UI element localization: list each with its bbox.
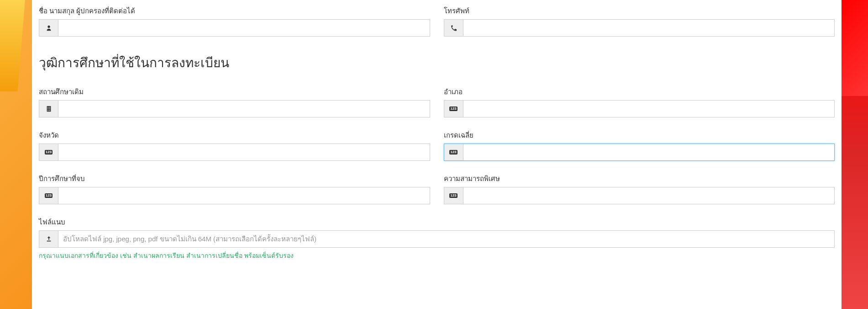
user-icon [39,20,58,36]
school-input[interactable] [58,101,430,117]
province-group: 123 [39,144,430,161]
skill-group: 123 [444,187,835,204]
district-group: 123 [444,100,835,117]
building-icon [39,101,58,117]
form-panel: ชื่อ นามสกุล ผู้ปกครองที่ติดต่อได้ โทรศั… [32,0,842,309]
province-input[interactable] [58,144,430,160]
guardian-name-label: ชื่อ นามสกุล ผู้ปกครองที่ติดต่อได้ [39,0,430,16]
school-label: สถานศึกษาเดิม [39,81,430,97]
year-input[interactable] [58,187,430,204]
gpa-group: 123 [444,144,835,161]
background-right-decoration [842,0,868,309]
skill-input[interactable] [463,187,835,204]
file-label: ไฟล์แนบ [39,211,835,228]
year-label: ปีการศึกษาที่จบ [39,168,430,184]
district-input[interactable] [463,101,835,117]
background-left-decoration [0,0,32,309]
guardian-phone-group [444,19,835,37]
guardian-phone-input[interactable] [463,20,835,36]
file-help-text: กรุณาแนบเอกสารที่เกี่ยวข้อง เช่น สำเนาผล… [39,250,835,261]
file-placeholder-text: อัปโหลดไฟล์ jpg, jpeg, png, pdf ขนาดไม่เ… [58,231,834,247]
number-icon: 123 [444,144,463,160]
upload-icon [39,231,58,247]
gpa-input[interactable] [463,144,835,160]
phone-icon [444,20,463,36]
education-heading: วุฒิการศึกษาที่ใช้ในการลงทะเบียน [39,53,835,73]
skill-label: ความสามารถพิเศษ [444,168,835,184]
school-group [39,100,430,117]
gpa-label: เกรดเฉลี่ย [444,124,835,141]
guardian-name-group [39,19,430,37]
province-label: จังหวัด [39,124,430,141]
file-group[interactable]: อัปโหลดไฟล์ jpg, jpeg, png, pdf ขนาดไม่เ… [39,230,835,248]
number-icon: 123 [39,144,58,160]
year-group: 123 [39,187,430,204]
guardian-phone-label: โทรศัพท์ [444,0,835,16]
district-label: อำเภอ [444,81,835,97]
number-icon: 123 [444,101,463,117]
number-icon: 123 [39,187,58,204]
number-icon: 123 [444,187,463,204]
guardian-name-input[interactable] [58,20,430,36]
